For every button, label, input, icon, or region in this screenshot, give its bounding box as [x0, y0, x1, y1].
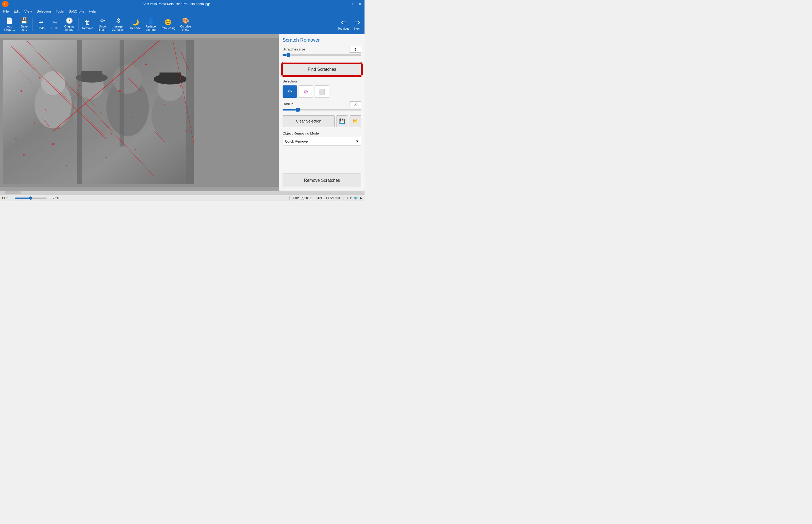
menu-tools[interactable]: Tools: [54, 9, 66, 14]
info-icon[interactable]: ℹ: [346, 196, 348, 200]
add-files-icon: 📄: [6, 17, 13, 24]
reduce-blurring-icon: 👤: [147, 17, 154, 24]
canvas-area[interactable]: [0, 34, 279, 191]
svg-point-25: [52, 143, 54, 146]
colorize-button[interactable]: 🎨 Colorizephoto: [178, 16, 193, 33]
undo-button[interactable]: ↩ Undo: [34, 16, 48, 33]
menu-selection[interactable]: Selection: [34, 9, 53, 14]
image-dimensions: 1172×663: [325, 196, 340, 200]
share-icon[interactable]: 𝕗: [350, 196, 352, 200]
svg-point-23: [20, 90, 22, 92]
zoom-controls: ⊡ ⊡ − + 75%: [2, 196, 59, 200]
svg-point-32: [66, 165, 67, 166]
find-scratches-button[interactable]: Find Scratches: [283, 63, 361, 76]
save-selection-icon: 💾: [339, 118, 345, 124]
separator-1: [33, 18, 33, 31]
menu-help[interactable]: Help: [87, 9, 98, 14]
undo-icon: ↩: [39, 19, 44, 26]
menu-view[interactable]: View: [22, 9, 34, 14]
svg-point-8: [113, 65, 142, 94]
zoom-plus-button[interactable]: +: [48, 196, 52, 200]
menu-file[interactable]: File: [1, 9, 11, 14]
lasso-icon: ⊘: [304, 88, 308, 95]
clear-selection-button[interactable]: Clear Selection: [283, 115, 335, 127]
retouching-button[interactable]: 😊 Retouching: [158, 16, 178, 33]
dropdown-chevron-icon: ▼: [355, 140, 359, 143]
colorize-label: Colorizephoto: [180, 25, 191, 31]
scratches-size-slider[interactable]: [283, 53, 361, 58]
selection-label: Selection: [283, 79, 361, 83]
denoise-button[interactable]: 🌙 Denoise: [128, 16, 143, 33]
undo-brush-icon: ✏: [100, 17, 105, 24]
reduce-blurring-button[interactable]: 👤 Reduceblurring: [143, 16, 158, 33]
menu-bar: File Edit View Selection Tools SoftOrbit…: [0, 8, 365, 14]
scratches-size-row: Scratches size 2: [283, 47, 361, 53]
close-button[interactable]: ✕: [357, 1, 362, 7]
pencil-icon: ✏: [288, 88, 292, 95]
reduce-blurring-label: Reduceblurring: [146, 25, 156, 31]
svg-point-30: [164, 104, 166, 105]
previous-button[interactable]: ⇦ Previous: [336, 16, 352, 33]
radius-label: Radius: [283, 102, 293, 106]
svg-point-24: [34, 122, 35, 124]
minimize-button[interactable]: ─: [344, 1, 350, 7]
maximize-button[interactable]: □: [351, 1, 356, 7]
zoom-minus-button[interactable]: −: [10, 196, 14, 200]
zoom-slider[interactable]: [15, 198, 47, 199]
next-button[interactable]: ⇨ Next: [352, 16, 362, 33]
original-image-button[interactable]: 🕐 OriginalImage: [62, 16, 77, 33]
menu-softorbits[interactable]: SoftOrbits: [66, 9, 86, 14]
save-selection-button[interactable]: 💾: [336, 115, 348, 127]
twitter-icon[interactable]: 🐦: [354, 196, 358, 200]
lasso-select-button[interactable]: ⊘: [299, 85, 313, 98]
load-selection-button[interactable]: 📂: [350, 115, 361, 127]
h-scrollbar-thumb: [5, 191, 21, 194]
svg-point-28: [132, 117, 133, 118]
save-icon: 💾: [20, 17, 28, 24]
zoom-value: 75%: [53, 196, 59, 200]
remove-button[interactable]: 🗑 Remove: [80, 16, 95, 33]
pencil-select-button[interactable]: ✏: [283, 85, 297, 98]
svg-rect-10: [81, 71, 102, 79]
add-files-button[interactable]: 📄 AddFile(s)...: [2, 16, 17, 33]
save-as-button[interactable]: 💾 Saveas...: [18, 16, 31, 33]
previous-label: Previous: [338, 27, 350, 30]
quick-remove-value: Quick Remove: [285, 140, 308, 143]
radius-value[interactable]: 50: [350, 101, 361, 107]
svg-point-43: [15, 138, 17, 140]
undo-brush-button[interactable]: ✏ UndoBrush: [96, 16, 109, 33]
svg-rect-16: [120, 40, 124, 146]
redo-button[interactable]: ↪ Redo: [48, 16, 62, 33]
remove-scratches-button[interactable]: Remove Scratches: [283, 174, 361, 187]
menu-edit[interactable]: Edit: [12, 9, 22, 14]
original-image-icon: 🕐: [66, 17, 73, 24]
time-display: Time (s): 0.0: [293, 196, 310, 200]
right-panel: Scratch Remover Scratches size 2 Find Sc…: [279, 34, 365, 191]
remove-label: Remove: [82, 27, 93, 30]
status-separator-3: [343, 196, 343, 200]
rect-select-button[interactable]: ⬜: [315, 85, 329, 98]
window-title: SoftOrbits Photo Retoucher Pro - old-pho…: [9, 2, 344, 6]
panel-title: Scratch Remover: [283, 37, 361, 43]
horizontal-scrollbar[interactable]: [0, 191, 365, 194]
separator-3: [195, 18, 195, 31]
image-correction-label: ImageCorrection: [112, 25, 125, 31]
image-correction-icon: ⚙: [116, 17, 121, 24]
svg-rect-14: [159, 72, 181, 81]
svg-point-41: [111, 133, 112, 134]
scratches-size-value[interactable]: 2: [350, 47, 361, 53]
youtube-icon[interactable]: ▶: [360, 196, 362, 200]
crop-icon: ⊡: [2, 196, 5, 200]
radius-slider[interactable]: [283, 107, 361, 112]
quick-remove-dropdown[interactable]: Quick Remove ▼: [283, 137, 361, 146]
retouching-icon: 😊: [164, 19, 172, 26]
app-logo: S: [2, 1, 9, 7]
svg-point-44: [23, 154, 25, 155]
rect-select-icon: ⬜: [319, 88, 325, 95]
svg-point-27: [105, 157, 107, 158]
svg-point-37: [45, 109, 46, 110]
svg-point-39: [58, 128, 59, 129]
image-correction-button[interactable]: ⚙ ImageCorrection: [110, 16, 128, 33]
undo-label: Undo: [38, 27, 45, 30]
photo-display: [0, 34, 279, 191]
